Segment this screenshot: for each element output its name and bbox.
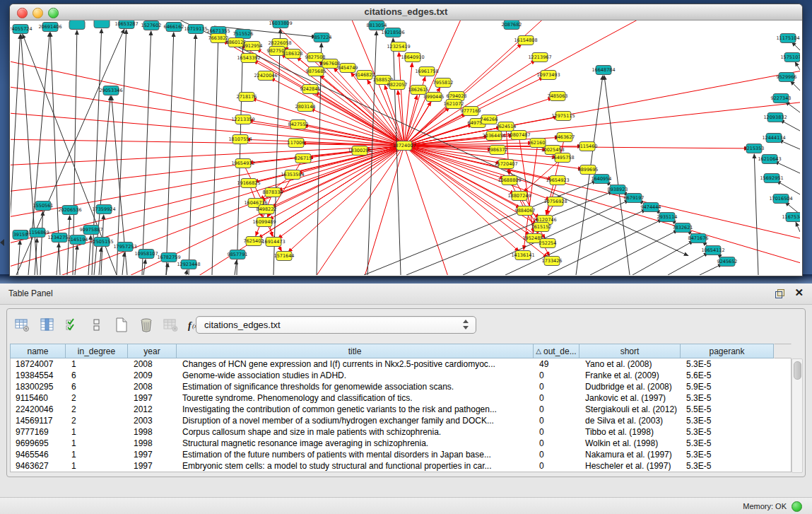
network-node[interactable]: 8427552 bbox=[288, 120, 309, 129]
network-node[interactable]: 11175104 bbox=[776, 34, 799, 43]
network-node[interactable]: 2935114 bbox=[657, 213, 678, 222]
panel-collapse-arrow-icon[interactable] bbox=[0, 239, 4, 246]
table-row[interactable]: 969969511998Structural magnetic resonanc… bbox=[11, 438, 791, 449]
network-node[interactable]: 8938923 bbox=[608, 185, 628, 194]
network-node[interactable]: 18107554 bbox=[228, 135, 252, 144]
new-document-icon[interactable] bbox=[113, 317, 130, 334]
network-node[interactable]: 6679197 bbox=[624, 194, 645, 203]
network-node[interactable]: 10653287 bbox=[114, 21, 138, 29]
network-node[interactable]: 17016504 bbox=[769, 194, 792, 204]
network-node[interactable]: 16353594 bbox=[281, 170, 304, 180]
network-node[interactable]: 12213967 bbox=[528, 53, 551, 62]
network-node[interactable]: 7955812 bbox=[433, 78, 454, 88]
network-node[interactable]: 11675342 bbox=[782, 213, 800, 222]
network-node[interactable]: 15751074 bbox=[780, 53, 800, 62]
network-node[interactable]: 12975115 bbox=[551, 112, 575, 121]
network-node[interactable]: 9777169 bbox=[461, 107, 481, 116]
network-node[interactable] bbox=[69, 21, 85, 30]
close-panel-icon[interactable]: ✕ bbox=[794, 287, 804, 298]
network-node[interactable]: 12325419 bbox=[387, 42, 410, 52]
network-node[interactable]: 9474444 bbox=[641, 203, 661, 212]
network-node[interactable]: 1615152 bbox=[531, 223, 552, 232]
vertical-scrollbar[interactable] bbox=[792, 358, 803, 473]
delete-table-icon[interactable] bbox=[163, 317, 180, 334]
network-node[interactable]: 8990445 bbox=[424, 93, 445, 102]
network-node[interactable]: 9115460 bbox=[577, 142, 598, 151]
column-header-out_de[interactable]: △out_de... bbox=[534, 344, 579, 358]
table-settings-icon[interactable] bbox=[14, 317, 31, 334]
table-row[interactable]: 1938455462009Genome-wide association stu… bbox=[11, 370, 791, 381]
network-node[interactable]: 20364456 bbox=[482, 132, 505, 141]
network-node[interactable]: 252254 bbox=[539, 239, 557, 248]
network-node[interactable]: 19218506 bbox=[381, 28, 404, 37]
network-node[interactable]: 7857224 bbox=[312, 33, 332, 42]
network-node[interactable]: 18300295 bbox=[348, 146, 371, 156]
column-header-name[interactable]: name bbox=[10, 344, 66, 358]
network-node[interactable]: 8813054 bbox=[367, 21, 387, 30]
network-node[interactable]: 10688809 bbox=[498, 176, 521, 185]
network-node[interactable]: 12923448 bbox=[177, 260, 200, 269]
network-node[interactable]: 1733426 bbox=[542, 257, 563, 266]
network-node[interactable]: 6466162 bbox=[164, 23, 184, 32]
table-row[interactable]: 977716911998Corpus callosum shape and si… bbox=[11, 426, 791, 438]
network-node[interactable]: 8822057 bbox=[387, 81, 408, 90]
network-node[interactable]: 29053346 bbox=[99, 86, 122, 95]
scrollbar-thumb[interactable] bbox=[794, 361, 801, 380]
network-node[interactable]: 15692951 bbox=[760, 174, 783, 183]
network-node[interactable]: 9529966 bbox=[777, 73, 797, 82]
network-node[interactable]: 12505155 bbox=[90, 238, 113, 247]
network-node[interactable]: 8878334 bbox=[263, 188, 283, 197]
network-node[interactable]: 90975887 bbox=[79, 226, 102, 235]
network-node[interactable]: 746266 bbox=[481, 115, 498, 124]
network-node[interactable]: 2087682 bbox=[502, 21, 522, 30]
rows-icon[interactable] bbox=[88, 317, 105, 334]
network-node[interactable]: 1640954 bbox=[592, 175, 612, 184]
network-node[interactable]: 16648784 bbox=[592, 66, 615, 75]
network-node[interactable]: 16154808 bbox=[514, 36, 537, 45]
network-node[interactable]: 1621072 bbox=[444, 100, 464, 109]
network-node[interactable]: 9884067 bbox=[515, 206, 536, 216]
network-node[interactable]: 8186328 bbox=[283, 49, 303, 59]
table-row[interactable]: 946554611997Estimation of the future num… bbox=[11, 449, 791, 460]
table-selector-dropdown[interactable]: citations_edges.txt bbox=[196, 316, 476, 334]
network-node[interactable]: 10807487 bbox=[507, 131, 530, 140]
network-node[interactable]: 3624514 bbox=[496, 122, 517, 132]
network-node[interactable]: 18640910 bbox=[401, 53, 424, 62]
network-node[interactable]: 8215353 bbox=[744, 144, 765, 153]
trash-icon[interactable] bbox=[138, 317, 155, 334]
select-columns-icon[interactable] bbox=[39, 317, 56, 334]
network-node[interactable]: 16961758 bbox=[415, 67, 438, 76]
table-row[interactable]: 1830029562008Estimation of significance … bbox=[11, 381, 791, 392]
network-node[interactable]: 9242845 bbox=[300, 85, 321, 94]
table-row[interactable]: 1456911722003Disruption of a novel membe… bbox=[11, 415, 791, 426]
network-node[interactable]: 16099489 bbox=[252, 218, 276, 227]
column-header-in_degree[interactable]: in_degree bbox=[66, 344, 128, 358]
network-node[interactable]: 9875685 bbox=[306, 67, 326, 76]
network-node[interactable]: 10654112 bbox=[701, 246, 724, 255]
network-node[interactable]: 14136141 bbox=[511, 251, 534, 260]
table-row[interactable]: 911546021997Tourette syndrome. Phenomeno… bbox=[11, 392, 791, 404]
network-node[interactable]: 20691406 bbox=[38, 23, 61, 32]
network-node[interactable]: 22420046 bbox=[254, 71, 277, 81]
network-node[interactable]: 16543392 bbox=[237, 54, 260, 63]
network-node[interactable]: 16914473 bbox=[261, 238, 285, 247]
network-node[interactable]: 19654932 bbox=[231, 159, 254, 168]
network-node[interactable]: 18807249 bbox=[507, 192, 531, 201]
network-node[interactable]: 16210643 bbox=[758, 155, 781, 164]
network-node[interactable]: 16495758 bbox=[551, 153, 574, 163]
network-node[interactable]: 10973493 bbox=[536, 71, 560, 80]
network-canvas[interactable]: 2405572420691406106532871527602646616210… bbox=[11, 21, 800, 275]
network-node[interactable]: 24055724 bbox=[11, 25, 33, 34]
network-node[interactable]: 20206536 bbox=[58, 206, 81, 215]
network-node[interactable]: 8454749 bbox=[338, 64, 358, 73]
network-node[interactable]: 1571644 bbox=[274, 252, 295, 261]
network-node[interactable]: 8471676 bbox=[688, 234, 709, 243]
table-row[interactable]: 2242004622012Investigating the contribut… bbox=[11, 404, 791, 415]
column-header-year[interactable]: year bbox=[128, 344, 177, 358]
network-node[interactable]: 9146821 bbox=[355, 71, 375, 80]
network-node[interactable]: 7515526 bbox=[233, 30, 254, 39]
network-node[interactable]: 8912954 bbox=[242, 42, 263, 51]
network-node[interactable]: 1862615 bbox=[408, 86, 429, 95]
network-node[interactable]: 9899695 bbox=[578, 165, 599, 175]
network-node[interactable]: 9463627 bbox=[555, 133, 575, 142]
